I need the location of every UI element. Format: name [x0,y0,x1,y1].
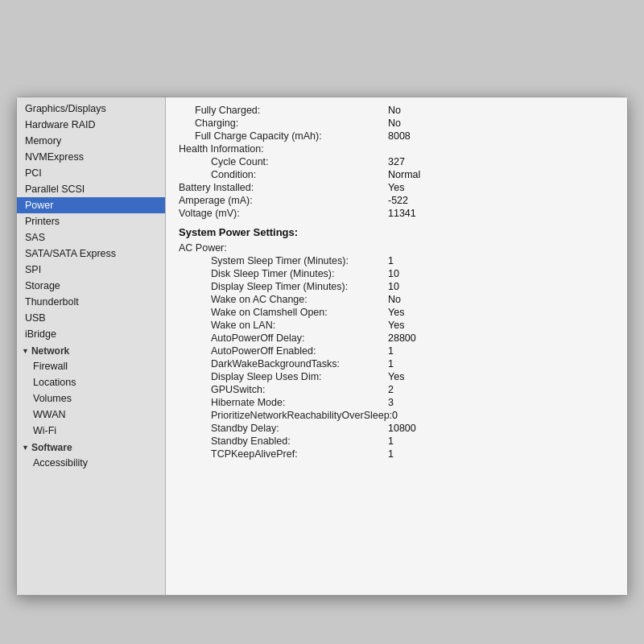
row-display-sleep: Display Sleep Timer (Minutes): 10 [179,280,614,293]
standby-enabled-value: 1 [388,436,394,447]
sidebar-group-software[interactable]: ▼ Software [17,439,165,455]
row-hibernate-mode: Hibernate Mode: 3 [179,396,614,409]
standby-delay-value: 10800 [388,423,416,434]
sidebar-item-graphics-displays[interactable]: Graphics/Displays [17,101,165,117]
row-charging: Charging: No [179,117,614,130]
sidebar-item-nvmexpress[interactable]: NVMExpress [17,149,165,165]
fully-charged-value: No [388,105,401,116]
sidebar-item-power[interactable]: Power [17,197,165,213]
full-charge-value: 8008 [388,130,411,142]
condition-value: Normal [388,169,420,180]
row-disk-sleep: Disk Sleep Timer (Minutes): 10 [179,267,614,280]
row-gpuswitch: GPUSwitch: 2 [179,383,614,396]
display-sleep-dim-value: Yes [388,371,404,382]
health-label: Health Information: [179,143,388,155]
row-darkwake: DarkWakeBackgroundTasks: 1 [179,357,614,370]
sidebar-item-wifi[interactable]: Wi-Fi [17,423,165,439]
sidebar-item-parallel-scsi[interactable]: Parallel SCSI [17,181,165,197]
disk-sleep-label: Disk Sleep Timer (Minutes): [179,268,388,279]
prioritize-network-label: PrioritizeNetworkReachabilityOverSleep: [179,410,392,421]
fully-charged-label: Fully Charged: [179,105,388,116]
charging-value: No [388,118,401,129]
cycle-count-label: Cycle Count: [179,156,388,167]
sidebar-item-firewall[interactable]: Firewall [17,358,165,374]
condition-label: Condition: [179,169,388,180]
hibernate-mode-value: 3 [388,397,394,408]
system-sleep-label: System Sleep Timer (Minutes): [179,255,388,266]
row-prioritize-network: PrioritizeNetworkReachabilityOverSleep: … [179,409,614,422]
main-content: Fully Charged: No Charging: No Full Char… [166,97,627,595]
wake-ac-label: Wake on AC Change: [179,294,388,305]
autopoweroff-delay-label: AutoPowerOff Delay: [179,332,388,344]
tcp-keepalive-label: TCPKeepAlivePref: [179,448,388,460]
wake-ac-value: No [388,294,401,305]
row-wake-clamshell: Wake on Clamshell Open: Yes [179,306,614,319]
charging-label: Charging: [179,118,388,129]
row-cycle-count: Cycle Count: 327 [179,155,614,168]
outer-frame: Graphics/Displays Hardware RAID Memory N… [0,0,644,644]
gpuswitch-label: GPUSwitch: [179,384,388,395]
disk-sleep-value: 10 [388,268,399,279]
wake-clamshell-value: Yes [388,307,404,318]
battery-installed-label: Battery Installed: [179,182,388,193]
sidebar-item-volumes[interactable]: Volumes [17,390,165,407]
sidebar-item-storage[interactable]: Storage [17,278,165,294]
row-health: Health Information: [179,142,614,155]
amperage-value: -522 [388,195,408,206]
row-standby-delay: Standby Delay: 10800 [179,422,614,435]
row-fully-charged: Fully Charged: No [179,104,614,117]
row-autopoweroff-enabled: AutoPowerOff Enabled: 1 [179,345,614,357]
full-charge-label: Full Charge Capacity (mAh): [179,130,388,142]
cycle-count-value: 327 [388,156,405,167]
sidebar: Graphics/Displays Hardware RAID Memory N… [17,97,166,595]
ac-power-label: AC Power: [179,242,388,254]
triangle-icon-software: ▼ [22,444,29,452]
wake-lan-label: Wake on LAN: [179,320,388,331]
triangle-icon: ▼ [22,347,29,355]
sidebar-item-ibridge[interactable]: iBridge [17,326,165,342]
sidebar-item-thunderbolt[interactable]: Thunderbolt [17,294,165,310]
row-tcp-keepalive: TCPKeepAlivePref: 1 [179,448,614,460]
row-wake-ac: Wake on AC Change: No [179,293,614,306]
row-condition: Condition: Normal [179,168,614,181]
autopoweroff-delay-value: 28800 [388,332,416,344]
sidebar-group-software-label: Software [31,442,72,453]
row-battery-installed: Battery Installed: Yes [179,181,614,194]
autopoweroff-enabled-value: 1 [388,345,394,357]
sidebar-item-locations[interactable]: Locations [17,374,165,390]
row-wake-lan: Wake on LAN: Yes [179,319,614,332]
sidebar-item-printers[interactable]: Printers [17,213,165,229]
tcp-keepalive-value: 1 [388,448,394,460]
display-sleep-value: 10 [388,281,399,292]
autopoweroff-enabled-label: AutoPowerOff Enabled: [179,345,388,357]
standby-delay-label: Standby Delay: [179,423,388,434]
battery-installed-value: Yes [388,182,404,193]
gpuswitch-value: 2 [388,384,394,395]
row-voltage: Voltage (mV): 11341 [179,207,614,220]
row-standby-enabled: Standby Enabled: 1 [179,435,614,448]
row-display-sleep-dim: Display Sleep Uses Dim: Yes [179,370,614,383]
system-sleep-value: 1 [388,255,394,266]
row-ac-power: AC Power: [179,242,614,254]
prioritize-network-value: 0 [392,410,398,421]
sidebar-item-memory[interactable]: Memory [17,133,165,149]
sidebar-group-network[interactable]: ▼ Network [17,342,165,358]
sidebar-item-sata[interactable]: SATA/SATA Express [17,246,165,262]
row-system-sleep: System Sleep Timer (Minutes): 1 [179,254,614,267]
row-autopoweroff-delay: AutoPowerOff Delay: 28800 [179,332,614,345]
sidebar-group-network-label: Network [31,345,69,357]
sidebar-item-accessibility[interactable]: Accessibility [17,455,165,471]
sidebar-item-usb[interactable]: USB [17,310,165,326]
sidebar-item-hardware-raid[interactable]: Hardware RAID [17,117,165,133]
window-content: Graphics/Displays Hardware RAID Memory N… [17,97,627,595]
amperage-label: Amperage (mA): [179,195,388,206]
row-full-charge: Full Charge Capacity (mAh): 8008 [179,130,614,142]
row-amperage: Amperage (mA): -522 [179,194,614,207]
sidebar-item-wwan[interactable]: WWAN [17,407,165,423]
power-settings-header: System Power Settings: [179,226,614,238]
standby-enabled-label: Standby Enabled: [179,436,388,447]
sidebar-item-spi[interactable]: SPI [17,262,165,278]
window: Graphics/Displays Hardware RAID Memory N… [16,97,628,596]
sidebar-item-sas[interactable]: SAS [17,229,165,246]
sidebar-item-pci[interactable]: PCI [17,165,165,181]
